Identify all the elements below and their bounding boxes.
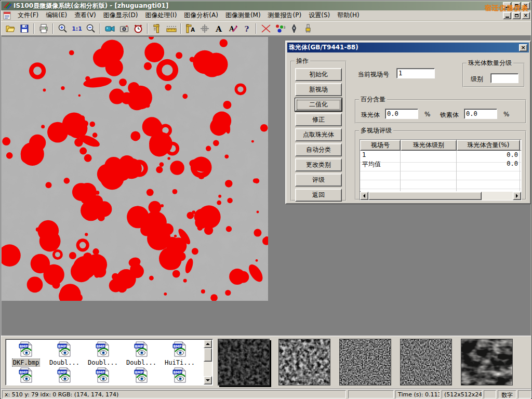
table-header-1[interactable]: 视场号 (360, 140, 401, 151)
file-item[interactable]: BMP (122, 367, 161, 384)
menu-item-7[interactable]: 图像测量(M) (222, 10, 264, 21)
toolbar-separator (33, 23, 34, 34)
file-item[interactable]: BMP (161, 367, 199, 384)
specimen-thumbnail[interactable] (461, 339, 513, 385)
file-list-scrollbar[interactable] (204, 340, 212, 384)
table-row[interactable]: 平均值0.0 (360, 159, 521, 168)
save-icon[interactable] (17, 22, 31, 35)
grading-group-label: 珠光体数量分级 (467, 59, 513, 68)
scroll-down-button[interactable] (204, 376, 212, 384)
ruler-icon[interactable] (164, 22, 178, 35)
scrollbar-thumb[interactable] (368, 192, 482, 200)
file-name: Doubl... (126, 359, 157, 366)
child-restore-button[interactable] (512, 12, 521, 19)
init-button[interactable]: 初始化 (295, 68, 342, 81)
menu-item-10[interactable]: 帮助(H) (334, 10, 363, 21)
menu-item-5[interactable]: 图像处理(I) (141, 10, 180, 21)
measure-icon[interactable]: A (183, 22, 197, 35)
camera-icon[interactable] (117, 22, 131, 35)
file-item[interactable]: BMPDoubl... (122, 341, 161, 366)
scrollbar-thumb[interactable] (204, 348, 212, 362)
menu-item-4[interactable]: 图像显示(D) (100, 10, 142, 21)
svg-text:BMP: BMP (173, 344, 181, 349)
status-panel-empty (348, 390, 394, 398)
pearlite-input[interactable] (385, 109, 418, 119)
annotate-icon[interactable]: A (225, 22, 240, 35)
specimen-thumbnail[interactable] (218, 339, 270, 385)
current-field-input[interactable] (396, 68, 435, 78)
open-icon[interactable] (3, 22, 17, 35)
pick-pearlite-button[interactable]: 点取珠光体 (295, 128, 342, 141)
return-button[interactable]: 返回 (295, 189, 342, 202)
file-item[interactable]: BMPDoubl... (45, 341, 84, 366)
specimen-thumbnail[interactable] (339, 339, 391, 385)
menu-item-3[interactable]: 查看(V) (71, 10, 100, 21)
file-item[interactable]: BMPDoubl... (84, 341, 122, 366)
scroll-right-button[interactable] (513, 192, 521, 200)
svg-text:BMP: BMP (135, 344, 143, 349)
timer-icon[interactable] (131, 22, 145, 35)
menu-item-8[interactable]: 测量报告(P) (264, 10, 305, 21)
correct-button[interactable]: 修正 (295, 113, 342, 126)
scroll-left-button[interactable] (360, 192, 368, 200)
file-item[interactable]: BMP (45, 367, 84, 384)
scroll-up-button[interactable] (204, 340, 212, 348)
actual-size-icon[interactable]: 1:1 (70, 22, 84, 35)
dialog-close-button[interactable]: × (519, 44, 527, 51)
toolbar: 1:1AAA?3 (1, 21, 531, 36)
pen-icon[interactable] (287, 22, 301, 35)
video-camera-icon[interactable] (103, 22, 117, 35)
text-icon[interactable]: A (211, 22, 225, 35)
ferrite-input[interactable] (464, 109, 497, 119)
menu-item-9[interactable]: 设置(S) (305, 10, 334, 21)
file-item[interactable]: BMPDKF.bmp (7, 341, 45, 366)
bmp-file-icon: BMP (7, 341, 45, 358)
print-icon[interactable] (36, 22, 50, 35)
file-item[interactable]: BMPHuiTi... (161, 341, 199, 366)
dialog-title-bar[interactable]: 珠光体(GB/T9441-88) × (287, 43, 529, 52)
table-header-4[interactable]: 铁素体含量(%) (520, 140, 521, 151)
rating-table-body[interactable]: 10.0平均值0.0 (360, 151, 521, 191)
menu-items: 文件(F)编辑(E)查看(V)图像显示(D)图像处理(I)图像分析(A)图像测量… (14, 10, 363, 21)
menu-item-6[interactable]: 图像分析(A) (180, 10, 222, 21)
caliper-icon[interactable] (150, 22, 164, 35)
file-item[interactable]: BMP (7, 367, 45, 384)
binarize-button[interactable]: 二值化 (295, 98, 342, 111)
child-close-button[interactable]: × (522, 12, 530, 19)
dialog-body: 操作 初始化新视场二值化修正点取珠光体自动分类更改类别评级返回 当前视场号 珠光… (287, 52, 529, 202)
zoom-in-icon[interactable] (56, 22, 70, 35)
table-cell: 0.0 (457, 159, 520, 168)
file-list[interactable]: BMPDKF.bmpBMPDoubl...BMPDoubl...BMPDoubl… (5, 339, 213, 385)
app-icon (3, 2, 11, 10)
new-field-button[interactable]: 新视场 (295, 83, 342, 96)
child-minimize-button[interactable] (503, 12, 511, 19)
menu-item-2[interactable]: 编辑(E) (42, 10, 71, 21)
title-bar[interactable]: IS100显微摄像系统(金相分析版) - [zhuguangti01] × (1, 1, 531, 10)
grid-icon[interactable] (197, 22, 211, 35)
change-class-button[interactable]: 更改类别 (295, 158, 342, 171)
curve-icon[interactable] (259, 22, 273, 35)
menu-item-1[interactable]: 文件(F) (14, 10, 42, 21)
micrograph-image[interactable] (2, 37, 268, 301)
table-horizontal-scrollbar[interactable] (360, 192, 521, 200)
window-title: IS100显微摄像系统(金相分析版) - [zhuguangti01] (14, 2, 168, 10)
table-header-2[interactable]: 珠光体级别 (401, 140, 457, 151)
specimen-thumbnail[interactable] (278, 339, 330, 385)
brush-icon[interactable] (301, 22, 315, 35)
level-input[interactable] (490, 73, 518, 83)
auto-classify-button[interactable]: 自动分类 (295, 143, 342, 156)
svg-text:A: A (215, 24, 222, 34)
zoom-out-icon[interactable] (84, 22, 98, 35)
specimen-thumbnail[interactable] (400, 339, 452, 385)
document-icon[interactable] (3, 11, 12, 20)
svg-text:3: 3 (283, 25, 285, 29)
file-item[interactable]: BMP (84, 367, 122, 384)
help-icon[interactable]: ? (240, 22, 254, 35)
multifield-group: 多视场评级 视场号珠光体级别珠光体含量(%)铁素体含量(%) 10.0平均值0.… (355, 126, 526, 200)
classify-icon[interactable]: 3 (273, 22, 287, 35)
grade-button[interactable]: 评级 (295, 174, 342, 187)
table-row[interactable]: 10.0 (360, 151, 521, 159)
table-header-3[interactable]: 珠光体含量(%) (457, 140, 520, 151)
table-gridline (360, 189, 521, 189)
bmp-file-icon: BMP (122, 367, 161, 384)
